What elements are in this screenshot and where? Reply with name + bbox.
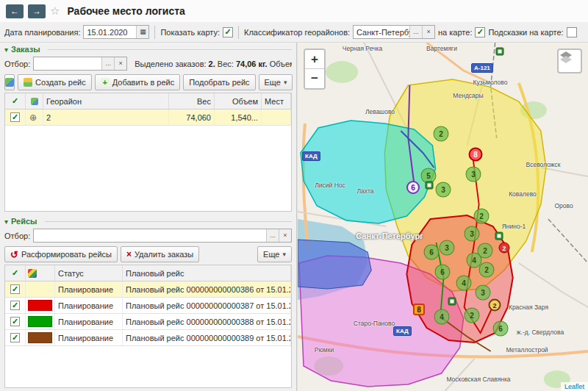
choose-icon[interactable]: ... [409,26,422,38]
trip-column-header[interactable]: Плановый рейс [123,265,291,281]
hints-checkbox[interactable] [567,27,577,37]
map-marker[interactable]: 4 [456,276,472,291]
status-column-header[interactable]: Статус [55,265,123,281]
clear-icon[interactable]: × [114,57,126,70]
leaflet-link[interactable]: Leaflet [564,383,584,390]
show-orders-on-map-button[interactable] [4,74,15,90]
map-marker[interactable]: 2 [474,209,490,224]
back-button[interactable]: ← [6,4,24,18]
map-marker[interactable]: 3 [465,226,480,242]
map-marker[interactable]: 3 [466,167,481,182]
add-to-trip-button[interactable]: + Добавить в рейс [95,74,180,90]
calendar-icon[interactable]: ▦ [136,26,148,38]
map-marker[interactable]: 2 [489,299,501,312]
volume-column-header[interactable]: Объем [215,93,262,109]
map-marker[interactable]: 6 [406,181,420,194]
add-to-trip-label: Добавить в рейс [112,78,174,87]
trips-table-header[interactable]: ✓ Статус Плановый рейс [5,265,291,281]
trip-name-cell: Плановый рейс 000000000000388 от 15.01.2… [123,314,291,329]
map-marker[interactable]: 3 [476,285,491,301]
checkmark-icon: ✓ [12,96,18,106]
layers-icon [559,50,573,65]
trips-filter-input[interactable]: ... × [33,229,292,243]
app-window: ← → ☆ Рабочее место логиста Дата планиро… [0,0,588,391]
clear-icon[interactable]: × [422,26,434,38]
planning-date-value[interactable]: 15.01.2020 [84,28,136,37]
map-marker[interactable]: 6 [435,265,451,280]
map-marker[interactable]: 8 [469,148,483,162]
orders-table-row[interactable]: ✓ ⊕ 2 74,060 1,540... [5,110,291,126]
orders-table-header[interactable]: ✓ Георайон Вес Объем Мест [5,93,291,110]
delete-orders-button[interactable]: × Удалить заказы [121,246,199,262]
choose-icon[interactable]: ... [266,229,279,242]
map-marker[interactable]: 2 [499,243,510,254]
collapse-chevron-icon[interactable]: ▾ [4,218,8,226]
map-marker[interactable] [426,182,434,190]
clear-icon[interactable]: × [279,229,291,242]
plus-icon: + [101,78,110,87]
row-checkbox[interactable]: ✓ [10,301,20,310]
georegion-column-header[interactable]: Георайон [43,93,169,109]
classifier-field[interactable]: Санкт-Петербург ... × [353,25,435,39]
favorite-star-icon[interactable]: ☆ [50,4,60,18]
orders-section-title[interactable]: Заказы [11,45,40,54]
road-badge: А-121 [471,63,493,73]
map-marker[interactable]: 6 [493,321,509,337]
zoom-out-button[interactable]: − [305,69,324,88]
trips-section-header[interactable]: ▾ Рейсы [0,215,296,227]
map-marker[interactable]: 2 [434,126,449,142]
map-marker[interactable]: 3 [436,182,451,198]
disband-trips-button[interactable]: ↺ Расформировать рейсы [4,246,118,262]
create-trip-button[interactable]: Создать рейс [18,74,92,90]
zoom-in-button[interactable]: + [305,50,324,69]
map-marker[interactable]: 3 [440,240,455,256]
command-bar: Дата планирования: 15.01.2020 ▦ Показать… [0,22,588,43]
place-label: Московская Славянка [446,376,510,383]
place-label: Мендсары [453,92,483,99]
pick-trip-button[interactable]: Подобрать рейс [183,74,255,90]
select-all-column: ✓ [5,93,26,109]
map-marker[interactable]: 8 [413,304,425,315]
places-column-header[interactable]: Мест [262,93,291,109]
map-marker[interactable] [448,298,456,306]
trips-table-empty-area[interactable] [5,346,291,387]
row-checkbox[interactable]: ✓ [10,333,20,342]
map-marker[interactable]: 4 [434,309,450,325]
row-checkbox[interactable]: ✓ [10,112,20,122]
on-map-checkbox[interactable]: ✓ [475,27,485,37]
divider [45,221,293,222]
show-map-checkbox[interactable]: ✓ [223,27,233,37]
orders-more-button[interactable]: Еще ▾ [259,74,293,90]
trips-table-row[interactable]: ✓ Планирование Плановый рейс 00000000000… [5,281,291,298]
orders-table-empty-area[interactable] [5,126,291,211]
layers-control[interactable] [557,49,582,73]
place-label: Красная Заря [509,304,548,311]
place-label: Вартемяги [426,45,457,52]
trips-section-title[interactable]: Рейсы [11,217,37,226]
orders-filter-input[interactable]: ... × [33,57,127,71]
trips-table-row[interactable]: ✓ Планирование Плановый рейс 00000000000… [5,298,291,314]
row-checkbox[interactable]: ✓ [10,284,20,294]
trips-more-button[interactable]: Еще ▾ [257,246,292,262]
left-panel: ▾ Заказы Отбор: ... × Выделено заказов: … [0,43,297,391]
map-marker[interactable]: 2 [465,308,480,323]
map[interactable]: 2835632336224624384226Черная РечкаВартем… [297,43,588,391]
row-checkbox[interactable]: ✓ [10,317,20,326]
marker-column-icon [31,98,38,105]
choose-icon[interactable]: ... [101,57,114,70]
orders-section-header[interactable]: ▾ Заказы [0,43,296,55]
trips-table: ✓ Статус Плановый рейс ✓ Планирование Пл… [4,265,292,388]
trips-table-row[interactable]: ✓ Планирование Плановый рейс 00000000000… [5,314,291,330]
planning-date-field[interactable]: 15.01.2020 ▦ [83,25,149,39]
trips-toolbar: ↺ Расформировать рейсы × Удалить заказы … [0,244,296,265]
forward-button[interactable]: → [28,4,46,18]
map-marker[interactable]: 6 [424,245,440,260]
map-marker[interactable] [495,232,503,240]
classifier-value[interactable]: Санкт-Петербург [354,28,409,37]
trips-table-row[interactable]: ✓ Планирование Плановый рейс 00000000000… [5,330,291,346]
weight-column-header[interactable]: Вес [169,93,215,109]
map-marker[interactable]: 2 [479,262,495,278]
expander-icon[interactable]: ⊕ [29,112,37,123]
collapse-chevron-icon[interactable]: ▾ [4,46,8,54]
map-marker[interactable] [496,48,504,56]
